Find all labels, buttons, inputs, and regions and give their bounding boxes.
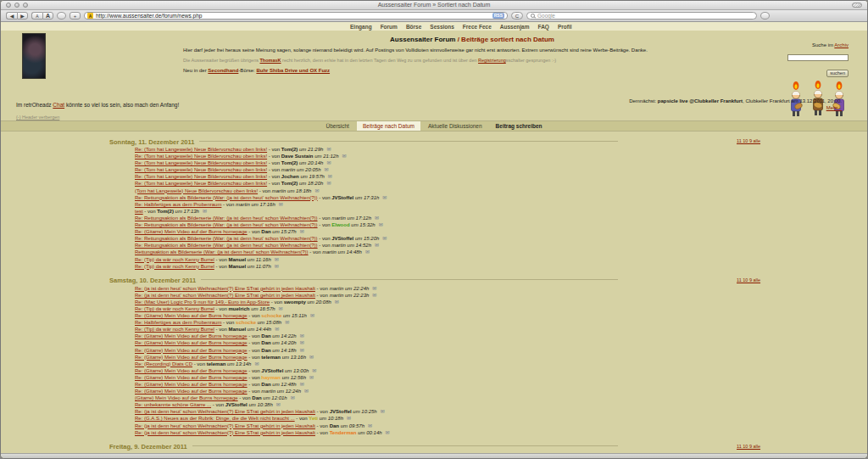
tab-beiträge-nach-datum[interactable]: Beiträge nach Datum — [357, 121, 420, 131]
post-title-link[interactable]: Re: (ja ist denn heut' schon Weihnachten… — [135, 430, 315, 435]
post-title-link[interactable]: Re: (Gitarre) Mein Video auf der Burns h… — [135, 340, 248, 345]
post-title-link[interactable]: Re: (Mac User) Logic Pro 9 nun für 149,-… — [135, 299, 270, 305]
bug-report-button[interactable] — [760, 12, 770, 20]
post-mail-icon[interactable]: ✉ — [347, 416, 351, 421]
post-title-link[interactable]: Re: (Gitarre) Mein Video auf der Burns h… — [135, 382, 248, 387]
more-link[interactable]: Mehr... — [629, 105, 842, 110]
post-mail-icon[interactable]: ✉ — [300, 340, 304, 345]
post-mail-icon[interactable]: ✉ — [326, 160, 331, 165]
post-title-link[interactable]: Re: (Tom hat Langeweile) Neue Bildervors… — [135, 154, 267, 159]
post-title-link[interactable]: test — [135, 209, 143, 214]
snapback-button[interactable]: C — [511, 12, 523, 20]
boerse-items-link[interactable]: Buhr Shiba Drive und OX Fuzz — [256, 68, 330, 73]
nav-link-aussenjam[interactable]: Aussenjam — [500, 24, 530, 30]
post-mail-icon[interactable]: ✉ — [309, 375, 314, 380]
post-title-link[interactable]: Re: (Gitarre) Mein Video auf der Burns h… — [135, 229, 248, 234]
new-member-link[interactable]: ThomasK — [260, 58, 281, 63]
post-mail-icon[interactable]: ✉ — [382, 236, 387, 241]
post-title-link[interactable]: Re: (Gitarre) Mein Video auf der Burns h… — [135, 313, 248, 318]
post-mail-icon[interactable]: ✉ — [312, 368, 316, 373]
post-mail-icon[interactable]: ✉ — [275, 264, 279, 269]
nav-link-forum[interactable]: Forum — [381, 24, 398, 30]
post-mail-icon[interactable]: ✉ — [375, 243, 379, 248]
post-title-link[interactable]: Re: (Gitarre) Mein Video auf der Burns h… — [135, 333, 248, 339]
post-mail-icon[interactable]: ✉ — [372, 286, 376, 291]
post-title-link[interactable]: Rettungsaktion als Bilderserie (War: (ja… — [135, 249, 309, 255]
post-title-link[interactable]: Re: Rettungsaktion als Bilderserie (War:… — [135, 216, 318, 221]
post-title-link[interactable]: Re: (Gitarre) Mein Video auf der Burns h… — [135, 348, 248, 353]
post-mail-icon[interactable]: ✉ — [335, 299, 339, 305]
post-mail-icon[interactable]: ✉ — [379, 222, 383, 227]
post-title-link[interactable]: Re: (Gitarre) Mein Video auf der Burns h… — [135, 368, 248, 373]
post-title-link[interactable]: Re: (Tip) da wär noch Kenny Burrel — [135, 306, 214, 311]
post-title-link[interactable]: Re: (ja ist denn heut' schon Weihnachten… — [135, 293, 315, 298]
post-mail-icon[interactable]: ✉ — [254, 361, 259, 367]
chat-link[interactable]: Chat — [53, 102, 64, 108]
post-title-link[interactable]: Re: Rettungsaktion als Bilderserie (War:… — [135, 243, 318, 248]
post-mail-icon[interactable]: ✉ — [314, 188, 319, 193]
address-url[interactable]: http://www.aussensaiter.de/forum/news.ph… — [96, 13, 490, 19]
post-mail-icon[interactable]: ✉ — [368, 423, 372, 428]
tab-beitrag-schreiben[interactable]: Beitrag schreiben — [490, 121, 548, 131]
post-title-link[interactable]: Re: (Gitarre) Mein Video auf der Burns h… — [135, 355, 248, 360]
post-title-link[interactable]: (Gitarre) Mein Video auf der Burns homep… — [135, 395, 238, 400]
post-mail-icon[interactable]: ✉ — [291, 395, 295, 400]
tab-übersicht[interactable]: Übersicht — [320, 121, 354, 131]
post-title-link[interactable]: Re: (Tip) da wär noch Kenny Burrel — [135, 327, 214, 332]
post-title-link[interactable]: Re: unbekannte schöne Gitarre ... — [135, 402, 211, 407]
post-mail-icon[interactable]: ✉ — [279, 306, 283, 311]
post-mail-icon[interactable]: ✉ — [276, 402, 281, 407]
archive-search-button[interactable]: suchen — [826, 70, 849, 77]
post-mail-icon[interactable]: ✉ — [203, 209, 207, 214]
post-title-link[interactable]: Re: (ja ist denn heut' schon Weihnachten… — [135, 409, 315, 414]
post-mail-icon[interactable]: ✉ — [300, 333, 304, 339]
post-mail-icon[interactable]: ✉ — [328, 174, 332, 179]
post-title-link[interactable]: Re: (ja ist denn heut' schon Weihnachten… — [135, 286, 315, 291]
post-title-link[interactable]: Re: (G.A.S.) Neues aus der Rubrik: Dinge… — [135, 416, 295, 421]
post-mail-icon[interactable]: ✉ — [310, 313, 314, 318]
post-title-link[interactable]: Re: (Tom hat Langeweile) Neue Bildervors… — [135, 147, 267, 152]
text-smaller-button[interactable]: A — [31, 12, 42, 20]
registration-link[interactable]: Registrierung — [478, 58, 506, 63]
post-title-link[interactable]: Re: (ja ist denn heut' schon Weihnachten… — [135, 423, 315, 428]
back-button[interactable]: ◀ — [6, 12, 17, 20]
google-search-field[interactable]: Google — [526, 12, 757, 20]
nav-link-sessions[interactable]: Sessions — [430, 24, 454, 30]
stop-reload-button[interactable] — [57, 12, 66, 20]
nav-link-eingang[interactable]: Eingang — [350, 24, 372, 30]
post-title-link[interactable]: Re: (Tip) da wär noch Kenny Burrel — [135, 264, 214, 269]
post-title-link[interactable]: (Tom hat Langeweile) Neue Bildervorschau… — [135, 188, 258, 193]
post-title-link[interactable]: Re: (Tom hat Langeweile) Neue Bildervors… — [135, 167, 267, 172]
post-mail-icon[interactable]: ✉ — [300, 229, 304, 234]
day-nav-links[interactable]: 11 10 9 alle — [737, 138, 760, 143]
post-mail-icon[interactable]: ✉ — [309, 355, 314, 360]
day-nav-links[interactable]: 11 10 9 alle — [737, 444, 760, 449]
add-bookmark-button[interactable]: + — [70, 12, 81, 20]
secondhand-link[interactable]: Secondhand — [208, 68, 238, 73]
post-title-link[interactable]: Re: (Recording) Diats CD — [135, 361, 192, 367]
post-mail-icon[interactable]: ✉ — [275, 327, 279, 332]
post-title-link[interactable]: Re: Rettungsaktion als Bilderserie (War:… — [135, 195, 318, 200]
post-title-link[interactable]: Re: (Tom hat Langeweile) Neue Bildervors… — [135, 160, 267, 165]
post-title-link[interactable]: Re: Halbfertiges aus dem Probenraum — [135, 320, 221, 325]
post-title-link[interactable]: Re: (Tom hat Langeweile) Neue Bildervors… — [135, 174, 267, 179]
post-mail-icon[interactable]: ✉ — [382, 195, 387, 200]
post-title-link[interactable]: Re: Halbfertiges aus dem Probenraum — [135, 202, 221, 207]
day-nav-links[interactable]: 11 10 9 alle — [737, 277, 760, 283]
nav-link-profil[interactable]: Profil — [558, 24, 572, 30]
post-title-link[interactable]: Re: Rettungsaktion als Bilderserie (War:… — [135, 222, 318, 227]
post-mail-icon[interactable]: ✉ — [386, 430, 390, 435]
post-mail-icon[interactable]: ✉ — [342, 154, 347, 159]
rss-badge[interactable]: RSS — [492, 13, 504, 19]
archive-search-input[interactable] — [787, 54, 849, 61]
post-mail-icon[interactable]: ✉ — [285, 320, 289, 325]
post-mail-icon[interactable]: ✉ — [275, 257, 279, 262]
nav-link-börse[interactable]: Börse — [406, 24, 421, 30]
address-bar[interactable]: A http://www.aussensaiter.de/forum/news.… — [84, 12, 508, 20]
post-mail-icon[interactable]: ✉ — [304, 389, 309, 394]
nav-link-faq[interactable]: FAQ — [538, 24, 549, 30]
post-mail-icon[interactable]: ✉ — [300, 382, 304, 387]
post-mail-icon[interactable]: ✉ — [372, 293, 376, 298]
post-mail-icon[interactable]: ✉ — [381, 409, 385, 414]
toolbar-toggle-button[interactable] — [852, 3, 862, 8]
